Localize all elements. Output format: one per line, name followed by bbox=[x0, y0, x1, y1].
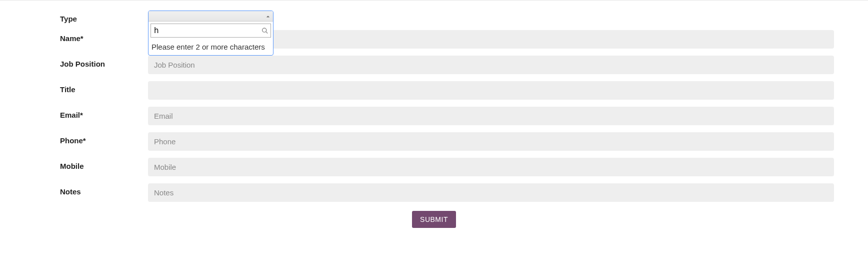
field-row-mobile: Mobile bbox=[34, 158, 834, 176]
label-name: Name* bbox=[34, 30, 148, 43]
type-select-search-input[interactable] bbox=[150, 24, 271, 38]
field-row-title: Title bbox=[34, 81, 834, 100]
label-job-position: Job Position bbox=[34, 56, 148, 68]
field-row-notes: Notes bbox=[34, 183, 834, 202]
title-input[interactable] bbox=[148, 81, 834, 100]
label-title: Title bbox=[34, 81, 148, 94]
contact-form: Type bbox=[24, 11, 844, 228]
notes-input[interactable] bbox=[148, 183, 834, 202]
job-position-input[interactable] bbox=[148, 56, 834, 74]
type-select-hint: Please enter 2 or more characters bbox=[148, 39, 273, 55]
label-mobile: Mobile bbox=[34, 158, 148, 170]
field-row-email: Email* bbox=[34, 107, 834, 125]
field-row-phone: Phone* bbox=[34, 132, 834, 151]
field-row-job-position: Job Position bbox=[34, 56, 834, 74]
type-select-search-wrap bbox=[148, 22, 273, 39]
email-input[interactable] bbox=[148, 107, 834, 125]
submit-row: SUBMIT bbox=[34, 211, 834, 228]
field-row-type: Type bbox=[34, 11, 834, 23]
mobile-input[interactable] bbox=[148, 158, 834, 176]
type-select-collapse[interactable] bbox=[148, 11, 273, 22]
label-email: Email* bbox=[34, 107, 148, 119]
chevron-up-icon bbox=[266, 12, 270, 21]
submit-button[interactable]: SUBMIT bbox=[412, 211, 456, 228]
type-select-dropdown[interactable]: Please enter 2 or more characters bbox=[148, 11, 274, 56]
label-notes: Notes bbox=[34, 183, 148, 196]
label-phone: Phone* bbox=[34, 132, 148, 145]
label-type: Type bbox=[34, 11, 148, 23]
phone-input[interactable] bbox=[148, 132, 834, 151]
